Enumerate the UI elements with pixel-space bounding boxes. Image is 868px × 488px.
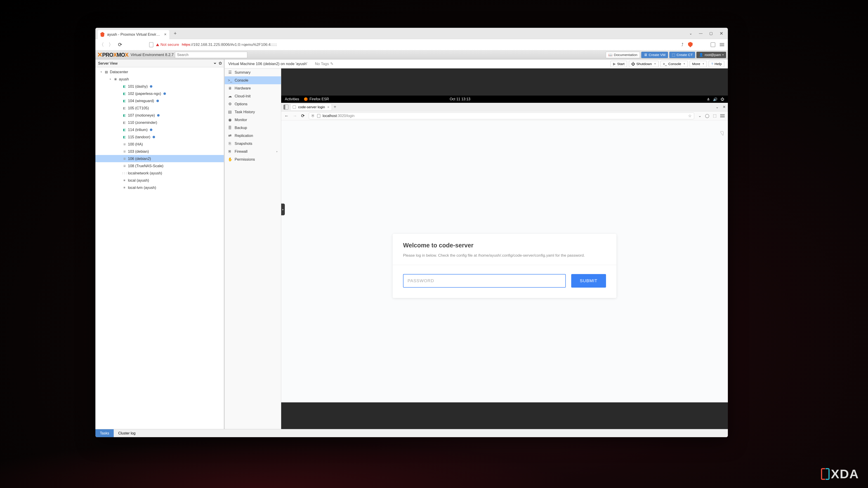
firefox-menu-icon[interactable] <box>720 114 725 117</box>
brave-shield-icon[interactable] <box>688 42 692 47</box>
no-tags-label[interactable]: No Tags✎ <box>315 61 333 66</box>
extensions-icon[interactable]: ⬚ <box>713 113 717 118</box>
minimize-button[interactable]: — <box>699 31 703 35</box>
proxmox-logo[interactable]: ✕PROXMOX <box>97 51 128 59</box>
menu-item-task-history[interactable]: ▤Task History <box>225 108 281 116</box>
shutdown-button[interactable]: ⏻Shutdown▼ <box>629 61 659 67</box>
tab-close-icon[interactable]: × <box>164 32 166 37</box>
password-input[interactable] <box>403 274 566 288</box>
reload-button[interactable]: ⟳ <box>118 42 122 48</box>
menu-item-monitor[interactable]: ◉Monitor <box>225 116 281 124</box>
firefox-tab[interactable]: code-server login × <box>290 103 332 111</box>
menu-item-hardware[interactable]: 🖥Hardware <box>225 84 281 92</box>
firefox-new-tab[interactable]: + <box>334 104 336 109</box>
node-icon <box>122 164 127 168</box>
tree-node[interactable]: 105 (CT105) <box>95 104 224 111</box>
tab-close-icon[interactable]: × <box>327 105 329 109</box>
bookmark-icon[interactable] <box>149 42 153 47</box>
shield-icon[interactable]: ⛨ <box>311 114 315 118</box>
new-tab-button[interactable]: + <box>174 31 177 36</box>
pencil-icon[interactable]: ✎ <box>330 61 333 66</box>
tree-node[interactable]: ▾ayush <box>95 75 224 83</box>
warning-icon <box>156 43 159 46</box>
documentation-button[interactable]: 📖Documentation <box>606 52 640 58</box>
more-button[interactable]: More▼ <box>690 61 707 67</box>
tree-node[interactable]: local-lvm (ayush) <box>95 184 224 191</box>
cluster-log-tab[interactable]: Cluster log <box>114 429 140 437</box>
menu-item-permissions[interactable]: ✋Permissions <box>225 156 281 163</box>
power-icon[interactable]: ⏻ <box>721 97 724 101</box>
ff-back-button[interactable]: ← <box>284 113 289 119</box>
account-icon[interactable]: ◯ <box>705 113 709 118</box>
menu-item-cloud-init[interactable]: ☁Cloud-Init <box>225 92 281 100</box>
tree-node[interactable]: localnetwork (ayush) <box>95 169 224 177</box>
ff-forward-button[interactable]: → <box>293 113 297 119</box>
sidebar-toggle-icon[interactable] <box>283 105 288 109</box>
menu-item-firewall[interactable]: ⛨Firewall▸ <box>225 148 281 156</box>
tree-node[interactable]: 115 (tandoor) <box>95 133 224 140</box>
search-input[interactable] <box>175 52 247 58</box>
tree-node[interactable]: 110 (zoneminder) <box>95 119 224 126</box>
menu-item-options[interactable]: ⚙Options <box>225 100 281 108</box>
lock-icon[interactable] <box>317 114 320 118</box>
close-button[interactable]: ✕ <box>719 31 723 36</box>
expand-handle[interactable]: ▸ <box>281 203 285 215</box>
user-menu-button[interactable]: 👤root@pam ▾ <box>696 52 726 58</box>
chevron-down-icon[interactable]: ⌄ <box>689 31 692 35</box>
star-icon[interactable]: ☆ <box>688 113 692 119</box>
browser-titlebar: ayush - Proxmox Virtual Environment × + … <box>95 28 728 39</box>
tree-node[interactable]: 101 (dashy) <box>95 83 224 90</box>
forward-button[interactable]: 〉 <box>108 41 114 48</box>
tree-node[interactable]: 106 (debian2) <box>95 155 224 162</box>
menu-item-console[interactable]: >_Console <box>225 76 281 84</box>
node-icon <box>113 77 118 81</box>
tree-node[interactable]: 104 (wireguard) <box>95 97 224 104</box>
chevron-down-icon[interactable]: ⌄ <box>716 105 719 109</box>
start-button[interactable]: ▶Start <box>611 61 627 67</box>
help-button[interactable]: ?Help <box>709 61 724 67</box>
tree-node[interactable]: 114 (trilium) <box>95 126 224 133</box>
share-icon[interactable]: ⤴ <box>681 42 684 47</box>
focused-app[interactable]: Firefox ESR <box>304 97 329 101</box>
view-select[interactable]: Server View <box>97 61 217 66</box>
volume-icon[interactable]: 🔊 <box>713 97 717 101</box>
tasks-tab[interactable]: Tasks <box>95 429 114 437</box>
menu-item-backup[interactable]: 🗄Backup <box>225 124 281 132</box>
tree-node[interactable]: local (ayush) <box>95 177 224 184</box>
gear-icon[interactable]: ✿ <box>219 61 222 66</box>
extensions-icon[interactable] <box>711 42 715 47</box>
back-button[interactable]: 〈 <box>99 41 104 48</box>
create-ct-button[interactable]: ⬚Create CT <box>669 52 695 58</box>
status-dot <box>150 85 152 88</box>
node-icon <box>122 178 127 182</box>
menu-item-snapshots[interactable]: ⎘Snapshots <box>225 140 281 148</box>
console-button[interactable]: >_Console▼ <box>660 61 688 67</box>
browser-tab[interactable]: ayush - Proxmox Virtual Environment × <box>98 30 169 39</box>
network-icon[interactable]: ⋔ <box>707 97 710 101</box>
menu-icon: ◉ <box>228 118 232 122</box>
tree-node[interactable]: ▾Datacenter <box>95 68 224 75</box>
clock[interactable]: Oct 11 13:13 <box>450 97 470 101</box>
ff-reload-button[interactable]: ⟳ <box>301 113 305 119</box>
menu-icon[interactable] <box>720 43 724 46</box>
tree-node[interactable]: 100 (HA) <box>95 140 224 148</box>
tree-node[interactable]: 108 (TrueNAS-Scale) <box>95 162 224 169</box>
submit-button[interactable]: SUBMIT <box>571 274 606 288</box>
menu-item-summary[interactable]: ☰Summary <box>225 68 281 76</box>
maximize-button[interactable]: ▢ <box>709 31 713 35</box>
activities-button[interactable]: Activities <box>285 97 299 101</box>
menu-item-replication[interactable]: ⇄Replication <box>225 132 281 140</box>
tree-node[interactable]: 103 (debian) <box>95 148 224 155</box>
tree-node[interactable]: 107 (motioneye) <box>95 111 224 119</box>
tree-node[interactable]: 102 (paperless-ngx) <box>95 90 224 97</box>
node-icon <box>122 113 127 117</box>
node-icon <box>122 142 127 146</box>
url-field[interactable]: Not secure https://192.168.31.225:8006/#… <box>127 42 677 47</box>
pocket-icon[interactable]: ⌄ <box>698 113 702 118</box>
close-icon[interactable]: ✕ <box>723 105 725 109</box>
firefox-url-field[interactable]: ⛨ localhost:3020/login ☆ <box>309 112 694 119</box>
create-vm-button[interactable]: 🖥Create VM <box>641 52 668 58</box>
not-secure-badge[interactable]: Not secure <box>156 42 179 47</box>
tree-view-selector[interactable]: Server View ✿ <box>95 59 224 67</box>
cube-icon: ⬚ <box>672 53 675 57</box>
